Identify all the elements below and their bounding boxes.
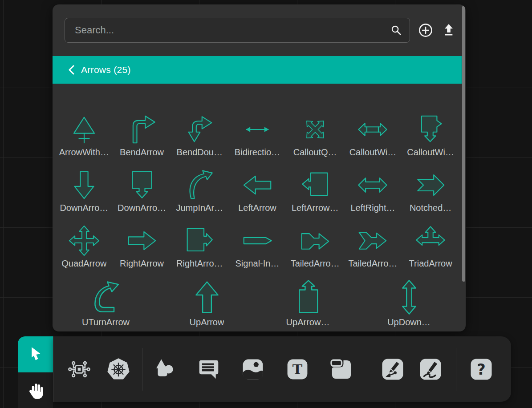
upload-icon bbox=[442, 23, 456, 37]
left-right-arrow-shape bbox=[357, 160, 389, 201]
add-library-button[interactable] bbox=[418, 23, 433, 38]
up-arrow-callout-shape bbox=[290, 275, 326, 315]
image-tool-button[interactable] bbox=[240, 357, 265, 382]
shape-item[interactable]: UpArrow bbox=[156, 272, 257, 329]
svg-text:T: T bbox=[292, 361, 303, 377]
up-down-arrow-shape bbox=[391, 275, 427, 315]
select-tool-button[interactable] bbox=[18, 336, 53, 372]
shape-grid-last-row: UTurnArrowUpArrowUpArrow…UpDown… bbox=[53, 272, 462, 329]
left-arrow-callout-shape bbox=[299, 160, 331, 201]
shape-item[interactable]: Bidirectio… bbox=[228, 103, 286, 159]
search-input-wrap bbox=[65, 18, 410, 43]
shape-grid: ArrowWith…BendArrowBendDou…Bidirectio…Ca… bbox=[53, 103, 462, 270]
bidirectional-arrow-shape bbox=[241, 105, 273, 145]
callout-quad-arrow-shape bbox=[299, 105, 331, 145]
shape-item[interactable]: LeftArrow… bbox=[286, 159, 344, 214]
upload-shape-button[interactable] bbox=[441, 23, 456, 38]
shape-label: UpDown… bbox=[387, 315, 430, 329]
panel-scrollbar[interactable] bbox=[462, 6, 465, 282]
shape-label: Notched… bbox=[410, 201, 452, 214]
shape-label: LeftArrow… bbox=[292, 201, 339, 214]
shape-label: CalloutQ… bbox=[293, 145, 337, 159]
shape-item[interactable]: LeftArrow bbox=[228, 159, 286, 214]
kubernetes-library-button[interactable] bbox=[106, 357, 131, 382]
pan-tool-button[interactable] bbox=[18, 372, 53, 408]
shape-label: UTurnArrow bbox=[82, 315, 130, 329]
shape-item[interactable]: BendArrow bbox=[113, 103, 171, 159]
tailed-arrow-solid-shape bbox=[299, 216, 331, 257]
draw-edge-tool-button[interactable] bbox=[380, 357, 405, 382]
shape-item[interactable]: BendDou… bbox=[171, 103, 228, 159]
shape-item[interactable]: UTurnArrow bbox=[55, 272, 156, 329]
shape-item[interactable]: JumpInAr… bbox=[171, 159, 228, 214]
shape-label: TriadArrow bbox=[409, 257, 452, 270]
quad-arrow-shape bbox=[68, 216, 100, 257]
shape-label: JumpInAr… bbox=[176, 201, 223, 214]
shape-item[interactable]: TriadArrow bbox=[402, 214, 459, 270]
shape-label: Signal-In… bbox=[236, 257, 280, 270]
shapes-library-button[interactable] bbox=[152, 357, 177, 382]
signal-in-shape bbox=[241, 216, 273, 257]
bend-arrow-shape bbox=[126, 105, 158, 145]
pencil-scribble-icon bbox=[418, 357, 443, 382]
shape-item[interactable]: CalloutWi… bbox=[402, 103, 459, 159]
shape-label: TailedArro… bbox=[348, 257, 397, 270]
shape-item[interactable]: CalloutQ… bbox=[286, 103, 344, 159]
hand-icon bbox=[25, 380, 46, 400]
shape-item[interactable]: Notched… bbox=[402, 159, 459, 214]
shape-label: UpArrow… bbox=[286, 315, 330, 329]
shape-label: ArrowWith… bbox=[59, 145, 109, 159]
comment-icon bbox=[196, 357, 221, 382]
text-tool-button[interactable]: T bbox=[285, 357, 310, 382]
shape-item[interactable]: CalloutWi… bbox=[344, 103, 402, 159]
shape-label: DownArro… bbox=[118, 201, 166, 214]
category-title: Arrows (25) bbox=[81, 65, 131, 75]
note-icon bbox=[329, 357, 354, 382]
up-arrow-shape bbox=[189, 275, 225, 315]
shape-item[interactable]: TailedArro… bbox=[344, 214, 402, 270]
shape-item[interactable]: TailedArro… bbox=[286, 214, 344, 270]
comment-tool-button[interactable] bbox=[196, 357, 221, 382]
shape-item[interactable]: UpArrow… bbox=[257, 272, 358, 329]
arrow-with-cross-shape bbox=[68, 105, 100, 145]
shape-item[interactable]: DownArro… bbox=[113, 159, 171, 214]
toolbar-divider bbox=[142, 348, 142, 391]
right-arrow-shape bbox=[126, 216, 158, 257]
toolbar-divider bbox=[456, 348, 456, 391]
pen-arrow-icon bbox=[380, 357, 405, 382]
bend-double-arrow-shape bbox=[183, 105, 215, 145]
shape-label: RightArrow bbox=[120, 257, 164, 270]
shape-item[interactable]: QuadArrow bbox=[55, 214, 113, 270]
shape-label: BendArrow bbox=[120, 145, 164, 159]
circuit-library-button[interactable] bbox=[67, 357, 92, 382]
shape-label: CalloutWi… bbox=[349, 145, 397, 159]
freehand-tool-button[interactable] bbox=[418, 357, 443, 382]
shape-item[interactable]: Signal-In… bbox=[228, 214, 286, 270]
plus-circle-icon bbox=[418, 23, 433, 38]
shape-library-panel: Arrows (25) ArrowWith…BendArrowBendDou…B… bbox=[53, 4, 466, 331]
shape-item[interactable]: RightArro… bbox=[171, 214, 228, 270]
shape-item[interactable]: UpDown… bbox=[358, 272, 459, 329]
shape-item[interactable]: DownArro… bbox=[55, 159, 113, 214]
note-tool-button[interactable] bbox=[329, 357, 354, 382]
shape-label: Bidirectio… bbox=[235, 145, 280, 159]
shape-label: LeftRight… bbox=[350, 201, 395, 214]
shape-item[interactable]: ArrowWith… bbox=[55, 103, 113, 159]
callout-left-right-arrow-shape bbox=[357, 105, 389, 145]
help-button[interactable]: ? bbox=[469, 357, 494, 382]
notched-right-arrow-shape bbox=[414, 160, 447, 201]
shape-label: QuadArrow bbox=[61, 257, 106, 270]
svg-text:?: ? bbox=[477, 361, 485, 378]
search-input[interactable] bbox=[65, 18, 410, 43]
toolbar-divider bbox=[367, 348, 367, 391]
pointer-tool-group bbox=[18, 336, 53, 408]
shape-item[interactable]: LeftRight… bbox=[344, 159, 402, 214]
cursor-icon bbox=[27, 346, 45, 364]
down-arrow-shape bbox=[68, 160, 100, 201]
shape-label: BendDou… bbox=[177, 145, 223, 159]
tailed-arrow-shape bbox=[357, 216, 389, 257]
shape-item[interactable]: RightArrow bbox=[113, 214, 171, 270]
category-header[interactable]: Arrows (25) bbox=[53, 56, 462, 84]
down-arrow-callout-shape bbox=[126, 160, 158, 201]
text-icon: T bbox=[285, 357, 310, 382]
